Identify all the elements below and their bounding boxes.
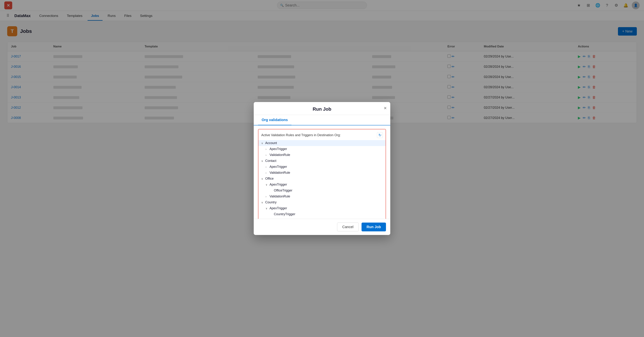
tree-item[interactable]: ›ValidationRule — [258, 170, 386, 176]
chevron-right-icon: › — [266, 195, 268, 198]
tree-item[interactable]: CountryTrigger — [258, 211, 386, 217]
tree-item[interactable]: ›ValidationRule — [258, 152, 386, 158]
chevron-down-icon: ∨ — [266, 207, 268, 210]
tree-item-label: Country — [265, 200, 276, 204]
tree-item-label: ApexTrigger — [270, 183, 287, 186]
tree-item-label: ValidationRule — [270, 153, 290, 157]
tree-container: Active Validation Rules and Triggers in … — [258, 129, 386, 219]
chevron-right-icon: › — [266, 148, 268, 150]
overlay[interactable]: Run Job × Org validations Active Validat… — [0, 0, 644, 337]
tree-item-label: OfficeTrigger — [274, 188, 292, 192]
chevron-down-icon: ∨ — [261, 177, 264, 180]
tree-item[interactable]: ›ValidationRule — [258, 194, 386, 200]
run-job-button[interactable]: Run Job — [362, 222, 386, 231]
tree-item[interactable]: ∨Account — [258, 140, 386, 146]
tree-item[interactable]: ∨Office — [258, 176, 386, 182]
chevron-down-icon: ∨ — [261, 142, 264, 144]
tree-item-label: ApexTrigger — [270, 206, 287, 210]
tree-item-label: Account — [265, 141, 277, 145]
chevron-down-icon: ∨ — [261, 160, 264, 162]
tree-item[interactable]: ›ApexTrigger — [258, 146, 386, 152]
tree-item-label: Contact — [265, 159, 276, 163]
tree-item[interactable]: ∨Contact — [258, 158, 386, 164]
tree-item[interactable]: ›ApexTrigger — [258, 164, 386, 170]
tree-item-label: ValidationRule — [270, 194, 290, 198]
chevron-down-icon: ∨ — [261, 201, 264, 204]
modal-tabs: Org validations — [254, 115, 390, 126]
tree-item-label: CountryTrigger — [274, 212, 295, 216]
tree-item-label: ValidationRule — [270, 171, 290, 174]
chevron-right-icon: › — [266, 154, 268, 156]
tree-item[interactable]: OfficeTrigger — [258, 188, 386, 194]
modal-footer: Cancel Run Job — [254, 219, 390, 235]
tree-item-label: ApexTrigger — [270, 147, 287, 151]
chevron-right-icon: › — [266, 166, 268, 168]
tab-org-validations[interactable]: Org validations — [258, 115, 292, 126]
refresh-icon[interactable]: ↻ — [377, 132, 383, 138]
tree-item[interactable]: ∨ApexTrigger — [258, 205, 386, 211]
cancel-button[interactable]: Cancel — [337, 222, 359, 231]
tree-item-label: ApexTrigger — [270, 165, 287, 169]
chevron-right-icon: › — [266, 171, 268, 174]
tree-item[interactable]: ∨ApexTrigger — [258, 182, 386, 188]
modal-header: Run Job × — [254, 102, 390, 115]
modal-body: Active Validation Rules and Triggers in … — [254, 126, 390, 219]
validation-header-text: Active Validation Rules and Triggers in … — [261, 133, 341, 137]
modal: Run Job × Org validations Active Validat… — [254, 102, 390, 235]
modal-close-button[interactable]: × — [384, 106, 387, 111]
chevron-down-icon: ∨ — [266, 183, 268, 186]
tree-item[interactable]: ∨Country — [258, 200, 386, 205]
tree-item[interactable]: ∨Employee_Certificate — [258, 217, 386, 219]
modal-title: Run Job — [313, 106, 331, 112]
tree-item-label: Office — [265, 177, 274, 180]
